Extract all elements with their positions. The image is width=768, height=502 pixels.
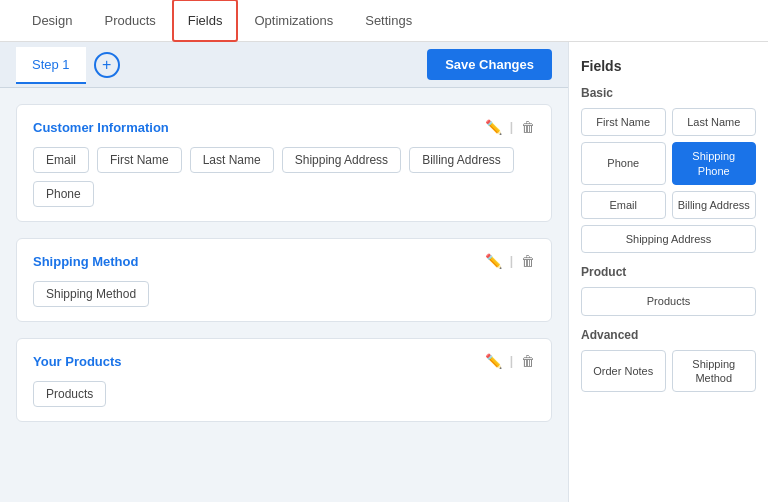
icon-divider-your-products: |: [510, 354, 513, 368]
fields-row-customer-information: EmailFirst NameLast NameShipping Address…: [33, 147, 535, 207]
sidebar-field-shipping-address[interactable]: Shipping Address: [581, 225, 756, 253]
fields-row-your-products: Products: [33, 381, 535, 407]
section-shipping-method: Shipping Method✏️|🗑Shipping Method: [16, 238, 552, 322]
fields-row-shipping-method: Shipping Method: [33, 281, 535, 307]
nav-item-settings[interactable]: Settings: [349, 0, 428, 42]
sidebar-basic-grid: First NameLast NamePhoneShipping PhoneEm…: [581, 108, 756, 253]
sidebar-field-shipping-phone[interactable]: Shipping Phone: [672, 142, 757, 185]
section-title-text-customer-information: Customer Information: [33, 120, 169, 135]
left-panel: Step 1 + Save Changes Customer Informati…: [0, 42, 568, 502]
section-title-text-shipping-method: Shipping Method: [33, 254, 138, 269]
section-icons-customer-information: ✏️|🗑: [485, 119, 535, 135]
field-tag-first-name: First Name: [97, 147, 182, 173]
sidebar-field-billing-address[interactable]: Billing Address: [672, 191, 757, 219]
field-tag-billing-address: Billing Address: [409, 147, 514, 173]
icon-divider-shipping-method: |: [510, 254, 513, 268]
save-changes-button[interactable]: Save Changes: [427, 49, 552, 80]
main-layout: Step 1 + Save Changes Customer Informati…: [0, 42, 768, 502]
section-title-customer-information: Customer Information✏️|🗑: [33, 119, 535, 135]
content-area: Customer Information✏️|🗑EmailFirst NameL…: [0, 88, 568, 454]
sidebar-product-grid: Products: [581, 287, 756, 315]
sidebar-field-email[interactable]: Email: [581, 191, 666, 219]
section-customer-information: Customer Information✏️|🗑EmailFirst NameL…: [16, 104, 552, 222]
sidebar-field-last-name[interactable]: Last Name: [672, 108, 757, 136]
nav-item-products[interactable]: Products: [88, 0, 171, 42]
edit-section-your-products[interactable]: ✏️: [485, 353, 502, 369]
field-tag-products: Products: [33, 381, 106, 407]
sidebar-title: Fields: [581, 58, 756, 74]
field-tag-shipping-address: Shipping Address: [282, 147, 401, 173]
delete-section-customer-information[interactable]: 🗑: [521, 119, 535, 135]
field-tag-shipping-method: Shipping Method: [33, 281, 149, 307]
nav-item-design[interactable]: Design: [16, 0, 88, 42]
save-changes-label: Save Changes: [445, 57, 534, 72]
sidebar-field-order-notes[interactable]: Order Notes: [581, 350, 666, 393]
tabs-bar: Step 1 + Save Changes: [0, 42, 568, 88]
sidebar-field-phone[interactable]: Phone: [581, 142, 666, 185]
delete-section-your-products[interactable]: 🗑: [521, 353, 535, 369]
top-navigation: DesignProductsFieldsOptimizationsSetting…: [0, 0, 768, 42]
sidebar-field-shipping-method[interactable]: Shipping Method: [672, 350, 757, 393]
sidebar-advanced-label: Advanced: [581, 328, 756, 342]
section-title-your-products: Your Products✏️|🗑: [33, 353, 535, 369]
add-tab-icon: +: [102, 56, 111, 74]
tab-step1-label: Step 1: [32, 57, 70, 72]
edit-section-customer-information[interactable]: ✏️: [485, 119, 502, 135]
field-tag-phone: Phone: [33, 181, 94, 207]
right-sidebar: Fields BasicFirst NameLast NamePhoneShip…: [568, 42, 768, 502]
field-tag-email: Email: [33, 147, 89, 173]
nav-item-fields[interactable]: Fields: [172, 0, 239, 42]
section-icons-your-products: ✏️|🗑: [485, 353, 535, 369]
sidebar-product-label: Product: [581, 265, 756, 279]
section-title-text-your-products: Your Products: [33, 354, 122, 369]
sidebar-field-first-name[interactable]: First Name: [581, 108, 666, 136]
edit-section-shipping-method[interactable]: ✏️: [485, 253, 502, 269]
sidebar-field-products[interactable]: Products: [581, 287, 756, 315]
icon-divider-customer-information: |: [510, 120, 513, 134]
delete-section-shipping-method[interactable]: 🗑: [521, 253, 535, 269]
sidebar-advanced-grid: Order NotesShipping Method: [581, 350, 756, 393]
field-tag-last-name: Last Name: [190, 147, 274, 173]
add-tab-button[interactable]: +: [94, 52, 120, 78]
tab-step1[interactable]: Step 1: [16, 47, 86, 84]
nav-item-optimizations[interactable]: Optimizations: [238, 0, 349, 42]
section-title-shipping-method: Shipping Method✏️|🗑: [33, 253, 535, 269]
section-your-products: Your Products✏️|🗑Products: [16, 338, 552, 422]
sidebar-basic-label: Basic: [581, 86, 756, 100]
section-icons-shipping-method: ✏️|🗑: [485, 253, 535, 269]
